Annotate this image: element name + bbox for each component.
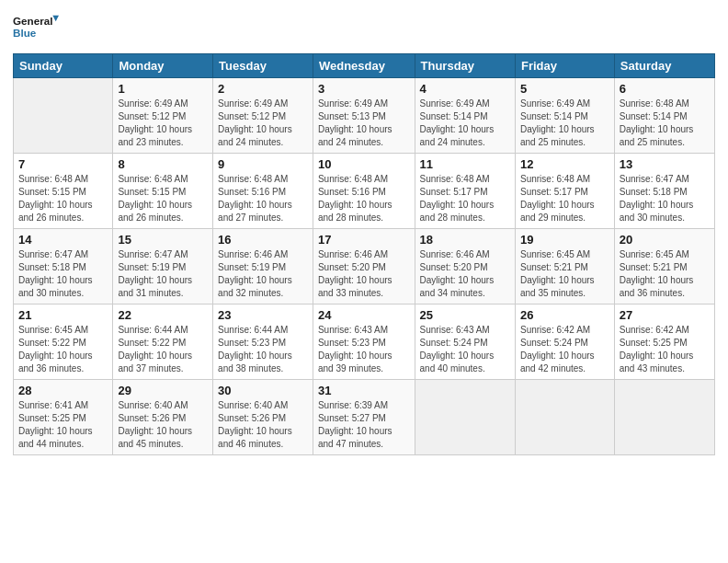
header-cell-tuesday: Tuesday [213, 54, 313, 78]
day-number: 25 [420, 308, 510, 322]
header-cell-saturday: Saturday [614, 54, 714, 78]
day-cell: 8Sunrise: 6:48 AMSunset: 5:15 PMDaylight… [113, 154, 213, 229]
day-info: Sunrise: 6:48 AMSunset: 5:15 PMDaylight:… [18, 173, 108, 224]
day-number: 7 [18, 157, 108, 171]
day-cell: 13Sunrise: 6:47 AMSunset: 5:18 PMDayligh… [614, 154, 714, 229]
day-info: Sunrise: 6:45 AMSunset: 5:21 PMDaylight:… [520, 248, 609, 300]
day-info: Sunrise: 6:49 AMSunset: 5:12 PMDaylight:… [118, 98, 208, 149]
header-cell-monday: Monday [113, 54, 213, 78]
day-cell: 15Sunrise: 6:47 AMSunset: 5:19 PMDayligh… [113, 229, 213, 304]
day-number: 17 [318, 233, 410, 247]
day-cell: 4Sunrise: 6:49 AMSunset: 5:14 PMDaylight… [415, 78, 515, 154]
day-cell: 26Sunrise: 6:42 AMSunset: 5:24 PMDayligh… [515, 304, 614, 380]
day-cell: 3Sunrise: 6:49 AMSunset: 5:13 PMDaylight… [313, 78, 415, 154]
day-cell: 25Sunrise: 6:43 AMSunset: 5:24 PMDayligh… [415, 304, 515, 380]
day-cell: 17Sunrise: 6:46 AMSunset: 5:20 PMDayligh… [313, 229, 415, 304]
day-cell: 24Sunrise: 6:43 AMSunset: 5:23 PMDayligh… [313, 304, 415, 380]
day-info: Sunrise: 6:46 AMSunset: 5:20 PMDaylight:… [420, 248, 510, 300]
header-cell-friday: Friday [515, 54, 614, 78]
day-cell: 23Sunrise: 6:44 AMSunset: 5:23 PMDayligh… [213, 304, 313, 380]
day-number: 19 [520, 233, 609, 247]
day-info: Sunrise: 6:49 AMSunset: 5:12 PMDaylight:… [218, 98, 308, 149]
day-number: 26 [520, 308, 609, 322]
day-info: Sunrise: 6:48 AMSunset: 5:16 PMDaylight:… [218, 173, 308, 224]
day-cell: 9Sunrise: 6:48 AMSunset: 5:16 PMDaylight… [213, 154, 313, 229]
day-cell: 18Sunrise: 6:46 AMSunset: 5:20 PMDayligh… [415, 229, 515, 304]
page: General Blue SundayMondayTuesdayWednesda… [0, 0, 728, 563]
day-number: 12 [520, 157, 609, 171]
day-cell: 27Sunrise: 6:42 AMSunset: 5:25 PMDayligh… [614, 304, 714, 380]
week-row-3: 14Sunrise: 6:47 AMSunset: 5:18 PMDayligh… [14, 229, 715, 304]
day-number: 20 [620, 233, 710, 247]
day-number: 21 [18, 308, 108, 322]
day-info: Sunrise: 6:49 AMSunset: 5:14 PMDaylight:… [420, 98, 510, 149]
day-info: Sunrise: 6:41 AMSunset: 5:25 PMDaylight:… [18, 399, 108, 451]
day-number: 28 [18, 384, 108, 397]
day-number: 5 [520, 82, 609, 96]
day-number: 3 [318, 82, 410, 96]
week-row-1: 1Sunrise: 6:49 AMSunset: 5:12 PMDaylight… [14, 78, 715, 154]
day-number: 13 [620, 157, 710, 171]
day-info: Sunrise: 6:46 AMSunset: 5:20 PMDaylight:… [318, 248, 410, 300]
day-info: Sunrise: 6:42 AMSunset: 5:24 PMDaylight:… [520, 324, 609, 375]
day-cell: 28Sunrise: 6:41 AMSunset: 5:25 PMDayligh… [14, 380, 113, 455]
svg-marker-2 [52, 16, 59, 22]
day-cell: 7Sunrise: 6:48 AMSunset: 5:15 PMDaylight… [14, 154, 113, 229]
day-number: 18 [420, 233, 510, 247]
day-number: 23 [218, 308, 308, 322]
day-info: Sunrise: 6:45 AMSunset: 5:22 PMDaylight:… [18, 324, 108, 375]
day-cell: 19Sunrise: 6:45 AMSunset: 5:21 PMDayligh… [515, 229, 614, 304]
day-info: Sunrise: 6:49 AMSunset: 5:14 PMDaylight:… [520, 98, 609, 149]
day-info: Sunrise: 6:42 AMSunset: 5:25 PMDaylight:… [620, 324, 710, 375]
day-info: Sunrise: 6:48 AMSunset: 5:17 PMDaylight:… [420, 173, 510, 224]
day-cell: 12Sunrise: 6:48 AMSunset: 5:17 PMDayligh… [515, 154, 614, 229]
day-cell: 21Sunrise: 6:45 AMSunset: 5:22 PMDayligh… [14, 304, 113, 380]
day-info: Sunrise: 6:43 AMSunset: 5:23 PMDaylight:… [318, 324, 410, 375]
day-number: 1 [118, 82, 208, 96]
day-cell: 2Sunrise: 6:49 AMSunset: 5:12 PMDaylight… [213, 78, 313, 154]
day-number: 29 [118, 384, 208, 397]
day-cell: 14Sunrise: 6:47 AMSunset: 5:18 PMDayligh… [14, 229, 113, 304]
day-cell: 11Sunrise: 6:48 AMSunset: 5:17 PMDayligh… [415, 154, 515, 229]
day-cell: 31Sunrise: 6:39 AMSunset: 5:27 PMDayligh… [313, 380, 415, 455]
day-number: 10 [318, 157, 410, 171]
logo-svg: General Blue [13, 9, 59, 46]
calendar-table: SundayMondayTuesdayWednesdayThursdayFrid… [13, 53, 715, 455]
day-cell [415, 380, 515, 455]
day-info: Sunrise: 6:44 AMSunset: 5:23 PMDaylight:… [218, 324, 308, 375]
day-info: Sunrise: 6:47 AMSunset: 5:18 PMDaylight:… [620, 173, 710, 224]
day-number: 30 [218, 384, 308, 397]
day-info: Sunrise: 6:48 AMSunset: 5:16 PMDaylight:… [318, 173, 410, 224]
svg-text:General: General [13, 15, 52, 27]
day-number: 14 [18, 233, 108, 247]
day-number: 8 [118, 157, 208, 171]
day-cell: 5Sunrise: 6:49 AMSunset: 5:14 PMDaylight… [515, 78, 614, 154]
header-cell-thursday: Thursday [415, 54, 515, 78]
day-info: Sunrise: 6:43 AMSunset: 5:24 PMDaylight:… [420, 324, 510, 375]
day-info: Sunrise: 6:48 AMSunset: 5:17 PMDaylight:… [520, 173, 609, 224]
day-info: Sunrise: 6:49 AMSunset: 5:13 PMDaylight:… [318, 98, 410, 149]
day-info: Sunrise: 6:39 AMSunset: 5:27 PMDaylight:… [318, 399, 410, 451]
day-info: Sunrise: 6:48 AMSunset: 5:14 PMDaylight:… [620, 98, 710, 149]
day-number: 31 [318, 384, 410, 397]
header-cell-sunday: Sunday [14, 54, 113, 78]
day-number: 16 [218, 233, 308, 247]
week-row-4: 21Sunrise: 6:45 AMSunset: 5:22 PMDayligh… [14, 304, 715, 380]
day-number: 11 [420, 157, 510, 171]
day-info: Sunrise: 6:45 AMSunset: 5:21 PMDaylight:… [620, 248, 710, 300]
day-info: Sunrise: 6:47 AMSunset: 5:18 PMDaylight:… [18, 248, 108, 300]
day-info: Sunrise: 6:40 AMSunset: 5:26 PMDaylight:… [218, 399, 308, 451]
day-cell [515, 380, 614, 455]
day-cell: 29Sunrise: 6:40 AMSunset: 5:26 PMDayligh… [113, 380, 213, 455]
day-info: Sunrise: 6:47 AMSunset: 5:19 PMDaylight:… [118, 248, 208, 300]
day-cell: 1Sunrise: 6:49 AMSunset: 5:12 PMDaylight… [113, 78, 213, 154]
day-number: 4 [420, 82, 510, 96]
day-number: 15 [118, 233, 208, 247]
day-number: 22 [118, 308, 208, 322]
day-cell: 10Sunrise: 6:48 AMSunset: 5:16 PMDayligh… [313, 154, 415, 229]
header-row: SundayMondayTuesdayWednesdayThursdayFrid… [14, 54, 715, 78]
svg-text:Blue: Blue [13, 27, 37, 39]
day-cell: 6Sunrise: 6:48 AMSunset: 5:14 PMDaylight… [614, 78, 714, 154]
day-cell: 20Sunrise: 6:45 AMSunset: 5:21 PMDayligh… [614, 229, 714, 304]
day-number: 6 [620, 82, 710, 96]
